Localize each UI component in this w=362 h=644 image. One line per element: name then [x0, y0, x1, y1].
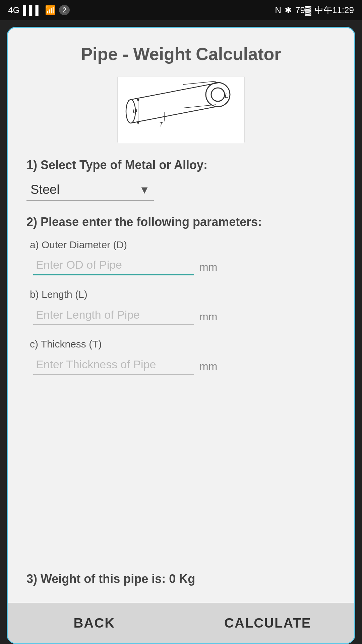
pipe-diagram: D T L	[117, 76, 245, 143]
thickness-input-row: mm	[26, 355, 336, 375]
param-group-length: b) Length (L) mm	[26, 289, 336, 325]
metal-dropdown-wrapper[interactable]: Steel Aluminum Copper Brass Stainless St…	[26, 179, 154, 201]
signal-icon: 4G	[8, 5, 20, 15]
thickness-unit: mm	[199, 360, 217, 373]
clock: 中午11:29	[315, 4, 354, 16]
svg-text:T: T	[159, 121, 164, 128]
parameters-label: 2) Please enter the following parameters…	[26, 215, 336, 229]
bluetooth-icon: ✱	[285, 5, 292, 15]
back-button[interactable]: BACK	[8, 603, 181, 643]
status-left: 4G ▌▌▌ 📶 2	[8, 5, 70, 15]
metal-dropdown[interactable]: Steel Aluminum Copper Brass Stainless St…	[26, 179, 154, 201]
length-input[interactable]	[33, 305, 194, 325]
length-unit: mm	[199, 311, 217, 323]
bottom-buttons: BACK CALCULATE	[8, 603, 354, 643]
dropdown-row: Steel Aluminum Copper Brass Stainless St…	[26, 179, 336, 201]
od-sublabel: a) Outer Diameter (D)	[26, 239, 336, 251]
main-card: Pipe - Weight Calculator D T	[7, 27, 355, 644]
svg-line-1	[131, 106, 218, 123]
pipe-svg: D T L	[121, 79, 241, 140]
notification-badge: 2	[59, 5, 70, 15]
calculate-button[interactable]: CALCULATE	[181, 603, 355, 643]
svg-text:L: L	[225, 91, 229, 100]
param-group-od: a) Outer Diameter (D) mm	[26, 239, 336, 275]
metal-selector-label: 1) Select Type of Metal or Alloy:	[26, 158, 336, 172]
battery-indicator: 79▓	[295, 5, 311, 15]
nfc-icon: N	[275, 5, 281, 15]
svg-point-4	[211, 88, 225, 101]
length-input-row: mm	[26, 305, 336, 325]
param-group-thickness: c) Thickness (T) mm	[26, 338, 336, 375]
thickness-input[interactable]	[33, 355, 194, 375]
svg-line-0	[131, 83, 218, 100]
signal-bars: ▌▌▌	[23, 5, 42, 15]
od-unit: mm	[199, 261, 217, 273]
app-title: Pipe - Weight Calculator	[26, 44, 336, 64]
status-right: N ✱ 79▓ 中午11:29	[275, 4, 354, 16]
od-input-row: mm	[26, 255, 336, 275]
thickness-sublabel: c) Thickness (T)	[26, 338, 336, 350]
status-bar: 4G ▌▌▌ 📶 2 N ✱ 79▓ 中午11:29	[0, 0, 362, 20]
length-sublabel: b) Length (L)	[26, 289, 336, 300]
result-label: 3) Weight of this pipe is: 0 Kg	[26, 558, 336, 586]
od-input[interactable]	[33, 255, 194, 275]
wifi-icon: 📶	[45, 5, 56, 15]
svg-text:D: D	[133, 108, 137, 114]
